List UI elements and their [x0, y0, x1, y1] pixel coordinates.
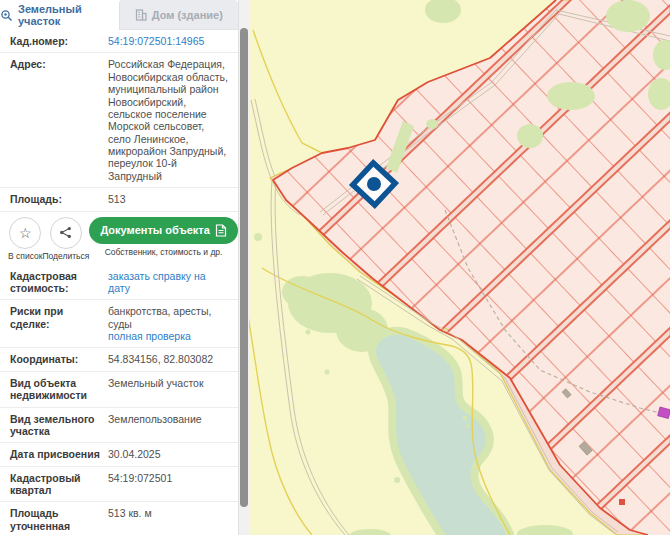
field-label: Кадастровая стоимость:	[10, 270, 108, 295]
field-link[interactable]: заказать справку на дату	[108, 270, 228, 295]
field-label: Дата присвоения	[10, 448, 108, 460]
field-row: Риски при сделке:банкротства, аресты, су…	[0, 299, 238, 347]
scrollbar-thumb[interactable]	[240, 28, 248, 507]
land-parcel-icon	[0, 9, 13, 22]
object-documents-button[interactable]: Документы объекта	[89, 217, 237, 244]
field-value: 513 кв. м	[108, 507, 228, 519]
field-label: Кад.номер:	[10, 35, 108, 47]
fields-top: Кад.номер:54:19:072501:14965Адрес:Россий…	[0, 30, 238, 211]
field-row: Координаты:54.834156, 82.803082	[0, 347, 238, 370]
field-text: банкротства, аресты, суды	[108, 305, 228, 330]
field-text: 513 кв. м	[108, 507, 228, 519]
field-row: Вид объекта недвижимостиЗемельный участо…	[0, 371, 238, 407]
field-label: Вид земельного участка	[10, 413, 108, 438]
tab-label: Земельный участок	[18, 3, 119, 27]
field-row: Дата присвоения30.04.2025	[0, 442, 238, 465]
object-info-panel: Земельный участок Дом (здание) Кад.номер…	[0, 0, 238, 535]
star-icon: ☆	[9, 217, 41, 249]
field-row: Адрес:Российская Федерация, Новосибирска…	[0, 52, 238, 187]
field-label: Вид объекта недвижимости	[10, 377, 108, 402]
building-icon	[135, 9, 147, 21]
field-label: Адрес:	[10, 58, 108, 70]
field-value: 54:19:072501:14965	[108, 35, 228, 47]
field-text: 54:19:072501	[108, 472, 228, 484]
field-text: 54.834156, 82.803082	[108, 353, 228, 365]
field-value: Земельный участок	[108, 377, 228, 389]
field-row: Площадь уточненная513 кв. м	[0, 501, 238, 535]
field-row: Кадастровый квартал54:19:072501	[0, 466, 238, 502]
field-label: Координаты:	[10, 353, 108, 365]
sidebar-scrollbar[interactable]	[238, 0, 249, 535]
documents-caption: Собственник, стоимость и др.	[105, 247, 223, 257]
field-text: Земельный участок	[108, 377, 228, 389]
document-icon	[215, 224, 227, 237]
tab-building[interactable]: Дом (здание)	[119, 0, 239, 30]
field-label: Площадь уточненная	[10, 507, 108, 532]
fields-main: Кадастровая стоимость:заказать справку н…	[0, 265, 238, 535]
tabbar: Земельный участок Дом (здание)	[0, 0, 238, 30]
field-value: 54:19:072501	[108, 472, 228, 484]
share-label: Поделиться	[42, 251, 89, 261]
field-row: Кад.номер:54:19:072501:14965	[0, 30, 238, 52]
building-red	[619, 499, 625, 505]
actions-row: ☆ В список Поделиться Документы объекта	[0, 211, 238, 265]
field-text: 30.04.2025	[108, 448, 228, 460]
map-canvas[interactable]	[248, 0, 670, 535]
object-documents-label: Документы объекта	[100, 224, 209, 236]
field-label: Кадастровый квартал	[10, 472, 108, 497]
cadastral-map[interactable]	[248, 0, 670, 535]
field-link[interactable]: 54:19:072501:14965	[108, 35, 228, 47]
field-value: банкротства, аресты, судыполная проверка	[108, 305, 228, 342]
field-value: 54.834156, 82.803082	[108, 353, 228, 365]
field-value: Российская Федерация, Новосибирская обла…	[108, 58, 228, 182]
add-to-list-label: В список	[8, 251, 42, 261]
tab-land-parcel[interactable]: Земельный участок	[0, 0, 119, 30]
tab-label: Дом (здание)	[152, 9, 223, 21]
field-link[interactable]: полная проверка	[108, 330, 228, 342]
field-text: Землепользование	[108, 413, 228, 425]
field-label: Площадь:	[10, 193, 108, 205]
share-icon	[50, 217, 82, 249]
field-value: 513	[108, 193, 228, 205]
field-value: Землепользование	[108, 413, 228, 425]
documents-col: Документы объекта Собственник, стоимость…	[89, 217, 237, 257]
field-row: Кадастровая стоимость:заказать справку н…	[0, 265, 238, 300]
add-to-list-button[interactable]: ☆ В список	[8, 217, 42, 261]
field-text: 513	[108, 193, 228, 205]
field-label: Риски при сделке:	[10, 305, 108, 330]
field-value: заказать справку на дату	[108, 270, 228, 295]
field-row: Площадь:513	[0, 187, 238, 210]
field-text: Российская Федерация, Новосибирская обла…	[108, 58, 228, 182]
field-row: Вид земельного участкаЗемлепользование	[0, 407, 238, 443]
share-button[interactable]: Поделиться	[42, 217, 89, 261]
field-value: 30.04.2025	[108, 448, 228, 460]
